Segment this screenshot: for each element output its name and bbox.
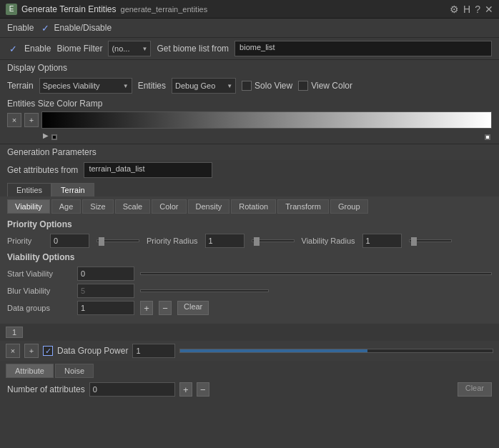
- start-viability-label: Start Viability: [7, 269, 71, 278]
- tab-terrain[interactable]: Terrain: [51, 183, 94, 196]
- blur-viability-field[interactable]: [77, 284, 134, 298]
- priority-slider[interactable]: [97, 239, 139, 242]
- enable-checkbox-label: Enable/Disable: [54, 23, 112, 33]
- color-ramp-label: Entities Size Color Ramp: [7, 99, 492, 109]
- attr-source-field[interactable]: terrain_data_list: [84, 162, 212, 178]
- attr-tab-noise[interactable]: Noise: [55, 364, 94, 378]
- dgp-checkbox[interactable]: ✓: [43, 346, 53, 356]
- terrain-label: Terrain: [7, 81, 34, 91]
- enable-row: Enable ✓ Enable/Disable: [0, 19, 499, 37]
- help-btn[interactable]: H: [463, 4, 470, 15]
- biome-list-field[interactable]: biome_list: [234, 41, 492, 56]
- display-options-label: Display Options: [0, 60, 499, 76]
- ramp-arrow-left[interactable]: ▶: [41, 130, 50, 141]
- data-groups-plus-btn[interactable]: +: [140, 301, 153, 315]
- biome-filter-section: ✓ Enable Biome Filter (no... ▼ Get biome…: [0, 38, 499, 59]
- subtab-transform[interactable]: Transform: [277, 199, 329, 214]
- solo-view-label: Solo View: [255, 81, 292, 91]
- dgp-label: Data Group Power: [57, 346, 128, 356]
- data-groups-field[interactable]: [77, 301, 134, 315]
- view-color-cb-box[interactable]: [298, 81, 308, 91]
- content-area: Priority Options Priority Priority Radiu…: [0, 214, 499, 324]
- num-attrs-field[interactable]: [89, 382, 175, 397]
- add-stop-btn[interactable]: +: [24, 113, 39, 127]
- data-group-number-badge: 1: [6, 327, 23, 338]
- title-bar: E Generate Terrain Entities generate_ter…: [0, 0, 499, 19]
- subtab-color[interactable]: Color: [152, 199, 186, 214]
- start-viability-field[interactable]: [77, 267, 134, 281]
- gen-params-row: Get attributes from terrain_data_list: [0, 160, 499, 180]
- biome-enable-label: Enable: [24, 44, 51, 54]
- tab-entities[interactable]: Entities: [7, 183, 51, 196]
- priority-field[interactable]: [50, 234, 89, 248]
- biome-enable-checkbox[interactable]: ✓: [7, 43, 19, 54]
- solo-view-cb-box[interactable]: [242, 81, 252, 91]
- dgp-add-btn[interactable]: +: [24, 344, 39, 358]
- attr-tab-attribute[interactable]: Attribute: [6, 364, 54, 378]
- subtab-density[interactable]: Density: [188, 199, 230, 214]
- subtab-rotation[interactable]: Rotation: [231, 199, 276, 214]
- dgp-remove-btn[interactable]: ×: [6, 344, 20, 358]
- terrain-dropdown[interactable]: Species Viability ▼: [39, 78, 132, 94]
- subtab-age[interactable]: Age: [51, 199, 81, 214]
- data-groups-row: Data groups + − Clear: [7, 301, 492, 315]
- subtab-viability[interactable]: Viability: [7, 199, 50, 214]
- start-viability-row: Start Viability: [7, 267, 492, 281]
- gen-params-label: Generation Parameters: [0, 144, 499, 160]
- question-btn[interactable]: ?: [475, 4, 480, 15]
- enable-checkbox[interactable]: ✓: [39, 22, 51, 34]
- window-title: Generate Terrain Entities: [21, 4, 117, 14]
- data-groups-minus-btn[interactable]: −: [159, 301, 172, 315]
- sub-tabs: Viability Age Size Scale Color Density R…: [0, 196, 499, 214]
- data-groups-clear-btn[interactable]: Clear: [177, 301, 209, 315]
- view-color-checkbox[interactable]: View Color: [298, 81, 352, 91]
- viability-radius-thumb[interactable]: [411, 237, 417, 246]
- get-attrs-label: Get attributes from: [7, 165, 78, 175]
- ramp-bottom-row: ▶: [7, 130, 492, 141]
- dgp-checkmark: ✓: [45, 347, 51, 356]
- blur-viability-slider[interactable]: [140, 289, 269, 292]
- start-viability-slider[interactable]: [140, 272, 492, 275]
- enable-checkbox-row[interactable]: ✓ Enable/Disable: [39, 22, 112, 34]
- priority-radius-thumb[interactable]: [254, 237, 260, 246]
- get-list-label: Get biome list from: [157, 44, 229, 54]
- biome-dropdown[interactable]: (no... ▼: [108, 41, 151, 56]
- color-ramp-toolbar: × +: [7, 111, 492, 129]
- solo-view-checkbox[interactable]: Solo View: [242, 81, 292, 91]
- view-color-label: View Color: [311, 81, 352, 91]
- dgp-check-row: ✓: [43, 346, 53, 356]
- priority-radius-field[interactable]: [205, 234, 244, 248]
- priority-options-header: Priority Options: [7, 219, 492, 229]
- dgp-value-field[interactable]: [132, 344, 175, 358]
- viability-options-header: Viability Options: [7, 252, 492, 262]
- biome-filter-label: Biome Filter: [56, 44, 102, 54]
- priority-label: Priority: [7, 237, 43, 245]
- remove-stop-btn[interactable]: ×: [7, 113, 21, 127]
- entities-label: Entities: [138, 81, 166, 91]
- viability-radius-field[interactable]: [362, 234, 402, 248]
- title-bar-actions: ⚙ H ? ✕: [450, 4, 493, 15]
- priority-slider-thumb[interactable]: [99, 237, 104, 246]
- dgp-slider[interactable]: [179, 349, 493, 353]
- num-attrs-minus-btn[interactable]: −: [197, 382, 209, 397]
- subtab-scale[interactable]: Scale: [115, 199, 151, 214]
- num-attrs-clear-btn[interactable]: Clear: [458, 382, 492, 397]
- settings-btn[interactable]: ⚙: [450, 4, 459, 15]
- display-row: Terrain Species Viability ▼ Entities Deb…: [0, 76, 499, 96]
- viability-radius-slider[interactable]: [409, 239, 452, 242]
- viability-radius-label: Viability Radius: [302, 237, 355, 245]
- subtab-group[interactable]: Group: [330, 199, 368, 214]
- num-attrs-plus-btn[interactable]: +: [179, 382, 192, 397]
- priority-radius-slider[interactable]: [252, 239, 295, 242]
- color-ramp-bar[interactable]: [41, 111, 492, 129]
- subtab-size[interactable]: Size: [82, 199, 113, 214]
- num-attrs-label: Number of attributes: [7, 384, 85, 394]
- ramp-handle-left[interactable]: [51, 134, 57, 140]
- close-btn[interactable]: ✕: [485, 4, 493, 15]
- ramp-handle-right[interactable]: [485, 134, 490, 140]
- app-icon: E: [6, 4, 17, 15]
- data-groups-label: Data groups: [7, 304, 71, 312]
- priority-radius-label: Priority Radius: [147, 237, 198, 245]
- entities-dropdown[interactable]: Debug Geo ▼: [172, 78, 236, 94]
- number-badge-row: 1: [0, 324, 499, 341]
